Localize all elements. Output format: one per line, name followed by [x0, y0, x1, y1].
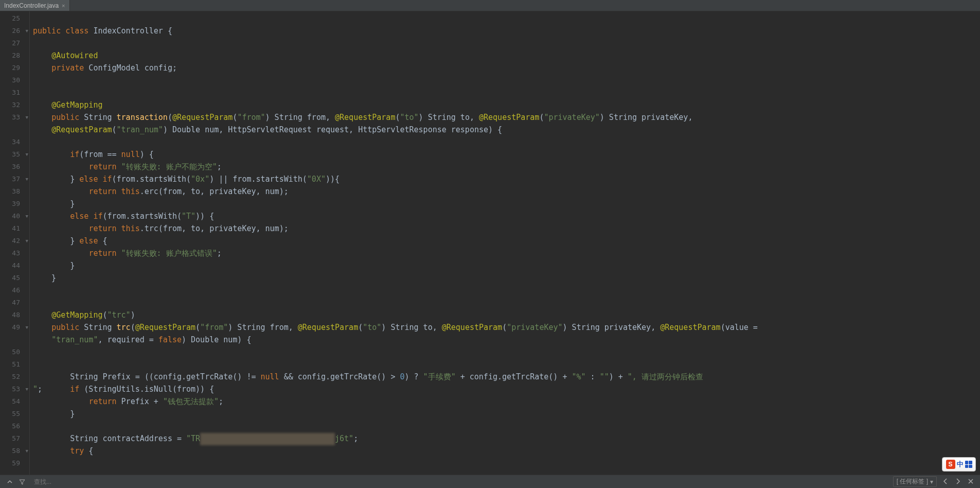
- code-line: if (StringUtils.isNull(from)) {: [33, 383, 980, 395]
- fold-icon[interactable]: ▼: [26, 235, 28, 247]
- line-number: 37▼: [0, 173, 29, 185]
- next-icon[interactable]: [954, 478, 961, 486]
- code-line: private ConfigModel config;: [33, 62, 980, 74]
- ime-badge[interactable]: S 中: [942, 457, 976, 472]
- status-bar: [ 任何标签 ] ▾: [0, 475, 980, 488]
- line-number: 53▼: [0, 383, 29, 395]
- code-line: try {: [33, 445, 980, 457]
- code-line: [33, 420, 980, 432]
- code-line: String Prefix = ((config.getTrcRate() !=…: [33, 371, 980, 383]
- line-number: 33▼: [0, 111, 29, 124]
- code-line: } else {: [33, 235, 980, 247]
- line-number: 35▼: [0, 148, 29, 161]
- code-line: @GetMapping("trc"): [33, 309, 980, 321]
- code-line: "tran_num", required = false) Double num…: [33, 334, 980, 346]
- line-number: 26▼: [0, 25, 29, 37]
- chevron-down-icon: ▾: [930, 478, 933, 485]
- code-line: [33, 136, 980, 148]
- line-number: 55: [0, 408, 29, 420]
- code-line: [33, 358, 980, 371]
- line-number: .: [0, 124, 29, 136]
- line-number: .: [0, 334, 29, 346]
- code-line: }: [33, 272, 980, 284]
- code-line: return this.trc(from, to, privateKey, nu…: [33, 222, 980, 235]
- code-line: [33, 346, 980, 358]
- line-number: 48: [0, 309, 29, 321]
- line-number: 30: [0, 74, 29, 86]
- close-icon[interactable]: ×: [62, 3, 65, 9]
- fold-icon[interactable]: ▼: [26, 25, 28, 37]
- fold-icon[interactable]: ▼: [26, 111, 28, 124]
- code-line: } else if(from.startsWith("0x") || from.…: [33, 173, 980, 185]
- line-number: 59: [0, 457, 29, 469]
- code-line: [33, 284, 980, 297]
- close-icon[interactable]: [967, 478, 975, 486]
- code-line: [33, 37, 980, 49]
- code-line: }: [33, 408, 980, 420]
- line-number: 41: [0, 222, 29, 235]
- code-line: @GetMapping: [33, 99, 980, 111]
- line-number: 51: [0, 358, 29, 371]
- tags-dropdown[interactable]: [ 任何标签 ] ▾: [893, 476, 937, 487]
- line-number: 27: [0, 37, 29, 49]
- code-area[interactable]: public class IndexController { @Autowire…: [30, 11, 980, 475]
- line-number: 49▼: [0, 321, 29, 334]
- fold-icon[interactable]: ▼: [26, 210, 28, 222]
- code-line: [33, 457, 980, 469]
- line-number: 46: [0, 284, 29, 297]
- code-line: @RequestParam("tran_num") Double num, Ht…: [33, 124, 980, 136]
- line-number: 29: [0, 62, 29, 74]
- code-line: String contractAddress = "TRXXXXXXXXXXXX…: [33, 432, 980, 445]
- line-number: 38: [0, 185, 29, 198]
- code-line: [33, 86, 980, 99]
- line-number: 36: [0, 161, 29, 173]
- code-line: [33, 12, 980, 25]
- search-input[interactable]: [34, 478, 137, 485]
- code-line: [33, 74, 980, 86]
- line-number: 45: [0, 272, 29, 284]
- line-number: 42▼: [0, 235, 29, 247]
- line-number: 43: [0, 247, 29, 259]
- line-number: 54: [0, 395, 29, 408]
- code-line: return "转账失败: 账户格式错误";: [33, 247, 980, 259]
- funnel-icon[interactable]: [17, 477, 27, 486]
- editor: 2526▼27282930313233▼.3435▼3637▼383940▼41…: [0, 11, 980, 475]
- tab-title: IndexController.java: [4, 2, 59, 9]
- fold-icon[interactable]: ▼: [26, 173, 28, 185]
- fold-icon[interactable]: ▼: [26, 321, 28, 334]
- redacted-text: XXXXXXXXXXXXXXXXXXXXXXXXXXXXX: [200, 433, 335, 445]
- line-number: 32: [0, 99, 29, 111]
- line-number: 28: [0, 49, 29, 62]
- gutter: 2526▼27282930313233▼.3435▼3637▼383940▼41…: [0, 11, 30, 475]
- prev-icon[interactable]: [942, 478, 949, 486]
- code-line: }: [33, 198, 980, 210]
- code-line: [33, 297, 980, 309]
- code-line: }: [33, 259, 980, 272]
- line-number: 25: [0, 12, 29, 25]
- line-number: 52: [0, 371, 29, 383]
- line-number: 40▼: [0, 210, 29, 222]
- code-line: return Prefix + "钱包无法提款";: [33, 395, 980, 408]
- code-line: else if(from.startsWith("T")) {: [33, 210, 980, 222]
- tags-label: [ 任何标签 ]: [897, 477, 928, 486]
- line-number: 34: [0, 136, 29, 148]
- line-number: 47: [0, 297, 29, 309]
- chevron-up-icon[interactable]: [5, 477, 14, 486]
- tab-indexcontroller[interactable]: IndexController.java ×: [0, 0, 70, 11]
- fold-icon[interactable]: ▼: [26, 148, 28, 161]
- code-line: @Autowired: [33, 49, 980, 62]
- line-number: 56: [0, 420, 29, 432]
- fold-icon[interactable]: ▼: [26, 383, 28, 395]
- code-line: public class IndexController {: [33, 25, 980, 37]
- code-line: return this.erc(from, to, privateKey, nu…: [33, 185, 980, 198]
- line-number: 50: [0, 346, 29, 358]
- fold-icon[interactable]: ▼: [26, 445, 28, 457]
- code-line: public String transaction(@RequestParam(…: [33, 111, 980, 124]
- tab-bar: IndexController.java ×: [0, 0, 980, 11]
- line-number: 58▼: [0, 445, 29, 457]
- line-number: 44: [0, 259, 29, 272]
- code-line: if(from == null) {: [33, 148, 980, 161]
- ime-grid-icon: [965, 461, 972, 468]
- code-line: public String trc(@RequestParam("from") …: [33, 321, 980, 334]
- ime-lang-label: 中: [957, 460, 964, 469]
